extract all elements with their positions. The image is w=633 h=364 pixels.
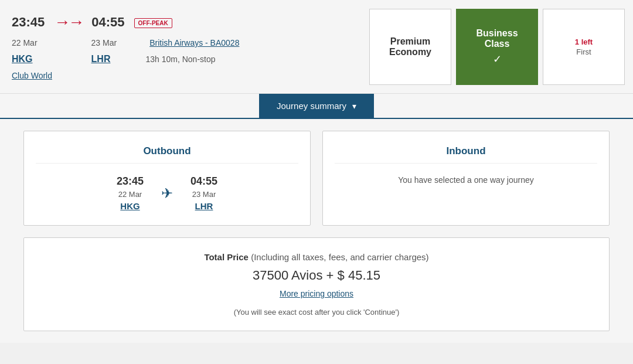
arrival-airport-link[interactable]: LHR bbox=[91, 54, 111, 64]
cabin-class-row: Club World bbox=[12, 71, 349, 80]
airline-link[interactable]: British Airways - BA0028 bbox=[149, 38, 239, 47]
outbound-card: Outbound 23:45 22 Mar HKG ✈ 04:55 23 Mar… bbox=[23, 131, 311, 226]
total-price-label: Total Price (Including all taxes, fees, … bbox=[36, 252, 597, 262]
plane-icon: ✈ bbox=[161, 185, 173, 202]
chevron-down-icon: ▾ bbox=[352, 101, 356, 111]
outbound-departure-airport[interactable]: HKG bbox=[120, 201, 139, 211]
ba-logo: →→ bbox=[54, 13, 82, 32]
flight-details-row: HKG LHR 13h 10m, Non-stop bbox=[12, 54, 349, 64]
inbound-card: Inbound You have selected a one way jour… bbox=[322, 131, 610, 226]
first-class-card[interactable]: 1 left First bbox=[543, 9, 625, 85]
cabin-class-link[interactable]: Club World bbox=[12, 71, 52, 80]
journey-summary-button[interactable]: Journey summary ▾ bbox=[259, 94, 374, 118]
premium-economy-card[interactable]: Premium Economy bbox=[369, 9, 451, 85]
inbound-title: Inbound bbox=[335, 145, 597, 164]
date-row: 22 Mar 23 Mar British Airways - BA0028 bbox=[12, 38, 349, 47]
class-selector: Premium Economy Business Class ✓ 1 left … bbox=[361, 0, 633, 93]
outbound-route: 23:45 22 Mar HKG ✈ 04:55 23 Mar LHR bbox=[36, 175, 298, 211]
outbound-arrival: 04:55 23 Mar LHR bbox=[190, 175, 217, 211]
cost-note: (You will see exact cost after you click… bbox=[36, 308, 597, 317]
off-peak-badge: OFF-PEAK bbox=[134, 18, 172, 27]
departure-airport-link[interactable]: HKG bbox=[12, 54, 33, 64]
departure-time: 23:45 bbox=[12, 15, 45, 30]
journey-summary-bar: Journey summary ▾ bbox=[0, 94, 633, 119]
flight-top-row: 23:45 →→ 04:55 OFF-PEAK bbox=[12, 13, 349, 32]
outbound-departure: 23:45 22 Mar HKG bbox=[117, 175, 144, 211]
main-content: Outbound 23:45 22 Mar HKG ✈ 04:55 23 Mar… bbox=[0, 119, 633, 343]
business-class-card[interactable]: Business Class ✓ bbox=[456, 9, 538, 85]
selected-check-icon: ✓ bbox=[493, 53, 502, 66]
outbound-arrival-airport[interactable]: LHR bbox=[195, 201, 213, 211]
one-way-message: You have selected a one way journey bbox=[335, 175, 597, 185]
flight-info: 23:45 →→ 04:55 OFF-PEAK 22 Mar 23 Mar Br… bbox=[0, 0, 361, 93]
flight-bar: 23:45 →→ 04:55 OFF-PEAK 22 Mar 23 Mar Br… bbox=[0, 0, 633, 94]
more-pricing-link[interactable]: More pricing options bbox=[36, 289, 597, 298]
arrival-time: 04:55 bbox=[91, 15, 124, 30]
flight-duration: 13h 10m, Non-stop bbox=[145, 55, 215, 64]
outbound-title: Outbound bbox=[36, 145, 298, 164]
price-card: Total Price (Including all taxes, fees, … bbox=[23, 237, 610, 331]
avios-price: 37500 Avios + $ 45.15 bbox=[36, 268, 597, 283]
journey-cards: Outbound 23:45 22 Mar HKG ✈ 04:55 23 Mar… bbox=[23, 131, 610, 226]
airline-arrow-icon: →→ bbox=[54, 13, 82, 32]
